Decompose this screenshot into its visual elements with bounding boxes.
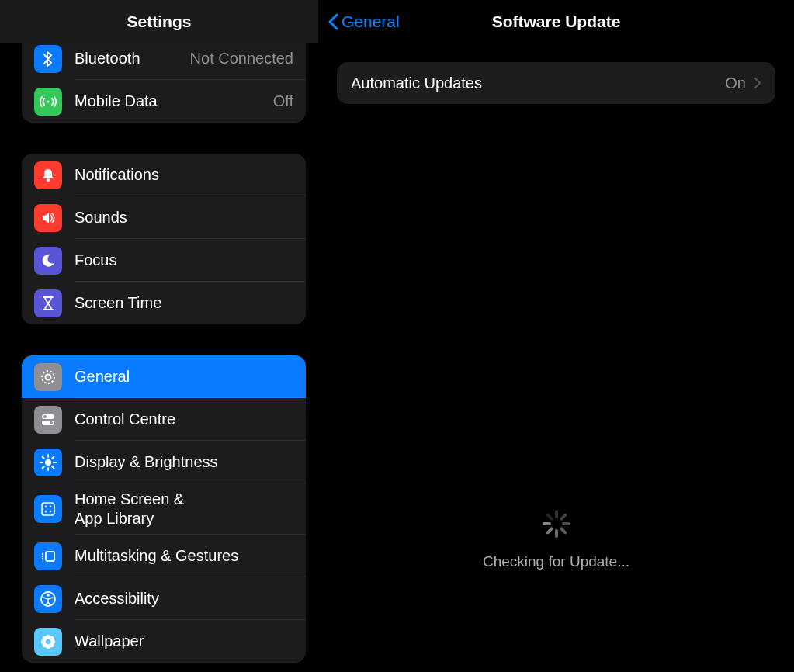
sidebar-item-bluetooth[interactable]: Bluetooth Not Connected: [22, 43, 306, 80]
sidebar-title: Settings: [127, 12, 192, 31]
bluetooth-icon: [34, 45, 62, 73]
sidebar-item-label: General: [75, 367, 293, 386]
sidebar-item-status: Off: [273, 92, 293, 110]
speaker-icon: [34, 204, 62, 232]
svg-point-0: [47, 100, 50, 102]
back-label: General: [342, 12, 400, 31]
row-status: On: [725, 74, 746, 92]
checking-status: Checking for Update...: [318, 508, 794, 570]
svg-point-33: [49, 636, 54, 640]
checking-label: Checking for Update...: [483, 553, 629, 570]
sidebar-item-wallpaper[interactable]: Wallpaper: [22, 620, 306, 663]
back-button[interactable]: General: [328, 0, 400, 43]
svg-point-18: [45, 506, 47, 508]
svg-line-14: [52, 466, 54, 468]
svg-line-15: [43, 466, 44, 468]
chevron-right-icon: [754, 77, 761, 89]
svg-point-32: [43, 636, 47, 640]
settings-sidebar: Settings Bluetooth Not Connected Mobi: [0, 0, 318, 672]
moon-icon: [34, 247, 62, 275]
gear-icon: [34, 363, 62, 391]
sidebar-item-sounds[interactable]: Sounds: [22, 196, 306, 239]
sidebar-item-label: Accessibility: [75, 589, 293, 608]
svg-point-19: [50, 506, 52, 508]
svg-rect-17: [42, 503, 54, 515]
sidebar-item-label: Wallpaper: [75, 632, 293, 651]
svg-point-20: [45, 511, 47, 513]
sidebar-item-accessibility[interactable]: Accessibility: [22, 577, 306, 620]
sidebar-item-label: Control Centre: [75, 410, 293, 429]
accessibility-icon: [34, 585, 62, 613]
sidebar-item-label: Display & Brightness: [75, 452, 293, 472]
sidebar-item-label: Home Screen & App Library: [75, 490, 293, 528]
sidebar-item-label: Focus: [75, 251, 293, 270]
svg-point-8: [45, 459, 51, 466]
sidebar-item-focus[interactable]: Focus: [22, 239, 306, 282]
svg-point-21: [50, 511, 52, 513]
sidebar-item-control-centre[interactable]: Control Centre: [22, 398, 306, 441]
sidebar-item-status: Not Connected: [190, 50, 293, 68]
svg-point-35: [49, 643, 54, 647]
sidebar-item-multitasking[interactable]: Multitasking & Gestures: [22, 535, 306, 577]
sidebar-item-screen-time[interactable]: Screen Time: [22, 282, 306, 324]
automatic-updates-row[interactable]: Automatic Updates On: [337, 62, 775, 104]
sidebar-item-label: Screen Time: [75, 293, 293, 313]
sidebar-item-label: Bluetooth: [75, 49, 184, 68]
detail-title: Software Update: [492, 12, 621, 31]
grid-icon: [34, 495, 62, 523]
detail-group: Automatic Updates On: [337, 62, 775, 104]
svg-point-1: [47, 178, 50, 182]
detail-pane: General Software Update Automatic Update…: [318, 0, 794, 672]
sidebar-item-display[interactable]: Display & Brightness: [22, 441, 306, 483]
spinner-icon: [541, 508, 572, 539]
sidebar-item-mobile-data[interactable]: Mobile Data Off: [22, 80, 306, 123]
svg-point-5: [43, 415, 47, 418]
chevron-left-icon: [328, 13, 338, 30]
svg-point-2: [42, 371, 54, 383]
svg-point-3: [46, 374, 51, 379]
detail-header: General Software Update: [318, 0, 794, 43]
svg-point-34: [43, 643, 47, 647]
row-label: Automatic Updates: [351, 74, 725, 92]
sidebar-item-label: Mobile Data: [75, 92, 267, 111]
sidebar-group-notifications: Notifications Sounds Focus: [22, 154, 306, 324]
sidebar-item-label: Sounds: [75, 208, 293, 227]
sidebar-item-label: Multitasking & Gestures: [75, 546, 293, 566]
multitasking-icon: [34, 542, 62, 570]
sidebar-group-connectivity: Bluetooth Not Connected Mobile Data Off: [22, 43, 306, 123]
svg-point-36: [46, 639, 50, 644]
brightness-icon: [34, 449, 62, 476]
svg-point-25: [42, 557, 43, 559]
svg-point-24: [42, 555, 43, 556]
flower-icon: [34, 628, 62, 656]
antenna-icon: [34, 88, 62, 116]
sidebar-item-label: Notifications: [75, 165, 293, 185]
svg-line-13: [43, 456, 44, 458]
sidebar-item-home-screen[interactable]: Home Screen & App Library: [22, 483, 306, 535]
sidebar-header: Settings: [0, 0, 318, 43]
bell-icon: [34, 161, 62, 189]
hourglass-icon: [34, 289, 62, 317]
sidebar-item-notifications[interactable]: Notifications: [22, 154, 306, 196]
svg-point-23: [42, 552, 43, 554]
svg-line-16: [52, 456, 54, 458]
sidebar-group-general: General Control Centre Display & Brightn…: [22, 355, 306, 663]
sidebar-item-general[interactable]: General: [22, 355, 306, 398]
svg-point-27: [47, 594, 50, 597]
switches-icon: [34, 406, 62, 434]
svg-rect-22: [46, 552, 54, 561]
svg-point-7: [50, 421, 53, 424]
